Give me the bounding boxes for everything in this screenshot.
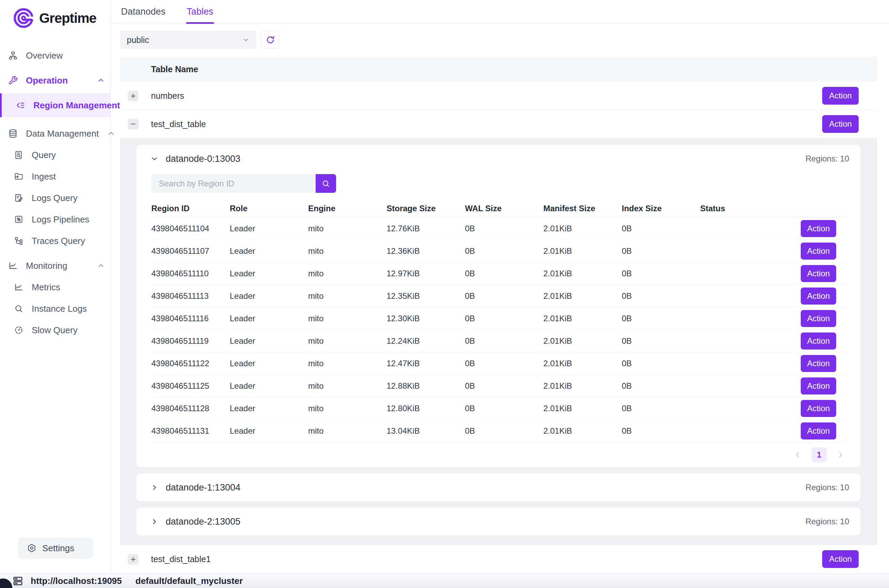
manifest-size-cell: 2.01KiB: [544, 269, 622, 278]
expand-button[interactable]: +: [128, 91, 138, 101]
cluster-name[interactable]: default/default_mycluster: [135, 576, 243, 586]
column-header-status: Status: [700, 204, 794, 213]
sidebar-item-metrics[interactable]: Metrics: [0, 279, 110, 296]
region-action-button[interactable]: Action: [801, 378, 836, 394]
sidebar-item-ingest[interactable]: Ingest: [0, 168, 110, 185]
table-row-test-dist-table1: + test_dist_table1 Action: [120, 545, 877, 573]
region-action-button[interactable]: Action: [801, 422, 836, 440]
datanode-0-panel: datanode-0:13003 Regions: 10 Region ID: [136, 145, 861, 467]
gear-icon: [27, 543, 36, 553]
wal-size-cell: 0B: [465, 291, 544, 301]
region-action-button[interactable]: Action: [801, 400, 836, 417]
region-action-button[interactable]: Action: [801, 220, 836, 237]
server-icon: [13, 576, 23, 586]
greptime-logo-mark: [12, 7, 35, 29]
sidebar-item-instance-logs[interactable]: Instance Logs: [0, 300, 110, 317]
pagination-prev-button[interactable]: [793, 450, 802, 459]
table-row-test-dist-table: − test_dist_table Action: [120, 110, 877, 138]
tab-datanodes[interactable]: Datanodes: [121, 0, 166, 24]
status-bar: http://localhost:19095 default/default_m…: [0, 574, 889, 588]
action-button[interactable]: Action: [822, 87, 859, 105]
region-action-button[interactable]: Action: [801, 243, 836, 260]
table-name: test_dist_table1: [151, 554, 211, 564]
server-url[interactable]: http://localhost:19095: [31, 576, 122, 586]
datanode-1-panel: datanode-1:13004 Regions: 10: [136, 474, 861, 501]
schema-select[interactable]: public: [120, 31, 256, 49]
pagination-page-1[interactable]: 1: [812, 447, 827, 462]
role-cell: Leader: [230, 336, 308, 346]
line-chart-icon: [14, 282, 24, 292]
region-action-button[interactable]: Action: [801, 333, 836, 350]
sitemap-icon: [8, 51, 18, 60]
region-id-cell: 4398046511125: [151, 381, 230, 391]
sidebar: Greptime Overview Operation Region Manag…: [0, 0, 111, 574]
greptime-logo: Greptime: [0, 0, 110, 29]
region-search-input[interactable]: [151, 174, 315, 193]
sidebar-item-logs-query[interactable]: Logs Query: [0, 189, 110, 207]
document-pen-icon: [14, 193, 24, 203]
column-header-wal-size: WAL Size: [465, 204, 544, 213]
settings-label: Settings: [42, 543, 74, 554]
region-id-cell: 4398046511113: [151, 291, 230, 301]
sidebar-item-region-management[interactable]: Region Management: [0, 93, 110, 117]
pagination-next-button[interactable]: [836, 450, 845, 459]
datanode-2-header[interactable]: datanode-2:13005 Regions: 10: [136, 508, 861, 536]
region-action-button[interactable]: Action: [801, 310, 836, 327]
tabbar: Datanodes Tables: [111, 0, 889, 24]
schema-select-value: public: [127, 35, 149, 45]
sidebar-item-overview[interactable]: Overview: [0, 47, 110, 64]
chevron-up-icon[interactable]: [97, 262, 105, 270]
manifest-size-cell: 2.01KiB: [544, 291, 622, 301]
sidebar-item-slow-query[interactable]: Slow Query: [0, 322, 110, 339]
chevron-up-icon[interactable]: [97, 76, 105, 84]
datanode-0-header[interactable]: datanode-0:13003 Regions: 10: [136, 145, 861, 173]
region-action-button[interactable]: Action: [801, 355, 836, 372]
main-content: Datanodes Tables public Table Name +: [111, 0, 889, 574]
datanode-2-panel: datanode-2:13005 Regions: 10: [136, 508, 861, 536]
refresh-button[interactable]: [261, 31, 279, 49]
datanode-name: datanode-2:13005: [166, 516, 240, 527]
collapse-button[interactable]: −: [128, 119, 138, 129]
region-search-button[interactable]: [315, 174, 336, 193]
engine-cell: mito: [308, 291, 387, 301]
chevron-down-icon: [242, 36, 249, 44]
region-action-button[interactable]: Action: [801, 265, 836, 282]
region-table-header: Region ID Role Engine Storage Size WAL S…: [151, 200, 846, 218]
wal-size-cell: 0B: [465, 246, 544, 256]
manifest-size-cell: 2.01KiB: [544, 426, 622, 436]
action-button[interactable]: Action: [822, 115, 859, 133]
storage-size-cell: 12.97KiB: [387, 269, 465, 278]
chevron-up-icon[interactable]: [107, 129, 115, 138]
chevron-right-icon: [150, 483, 159, 492]
role-cell: Leader: [230, 404, 308, 413]
sidebar-item-query[interactable]: Query: [0, 147, 110, 164]
tree-branch-icon: [14, 236, 24, 246]
settings-button[interactable]: Settings: [18, 538, 93, 559]
chevron-right-icon: [150, 517, 159, 526]
regions-count: Regions: 10: [805, 483, 849, 492]
sidebar-item-logs-pipelines[interactable]: Logs Pipelines: [0, 211, 110, 228]
search-icon: [321, 179, 330, 188]
manifest-size-cell: 2.01KiB: [544, 404, 622, 413]
action-button[interactable]: Action: [822, 550, 859, 568]
tables-list: Table Name + numbers Action − test_dist_…: [120, 57, 877, 573]
storage-size-cell: 12.88KiB: [387, 381, 465, 391]
gauge-icon: [14, 326, 24, 335]
sidebar-section-data-management[interactable]: Data Management: [0, 125, 110, 142]
engine-cell: mito: [308, 336, 387, 346]
region-table-row: 4398046511128 Leader mito 12.80KiB 0B 2.…: [151, 397, 846, 420]
index-size-cell: 0B: [622, 336, 700, 346]
index-size-cell: 0B: [622, 269, 700, 278]
regions-count: Regions: 10: [805, 517, 849, 526]
region-table-row: 4398046511125 Leader mito 12.88KiB 0B 2.…: [151, 375, 846, 397]
region-id-cell: 4398046511122: [151, 359, 230, 368]
storage-size-cell: 12.24KiB: [387, 336, 465, 346]
region-id-cell: 4398046511104: [151, 224, 230, 233]
sidebar-section-operation[interactable]: Operation: [0, 72, 110, 89]
sidebar-item-traces-query[interactable]: Traces Query: [0, 232, 110, 249]
tab-tables[interactable]: Tables: [187, 0, 213, 24]
datanode-1-header[interactable]: datanode-1:13004 Regions: 10: [136, 474, 861, 501]
expand-button[interactable]: +: [128, 554, 138, 564]
sidebar-section-monitoring[interactable]: Monitoring: [0, 257, 110, 274]
region-action-button[interactable]: Action: [801, 288, 836, 304]
